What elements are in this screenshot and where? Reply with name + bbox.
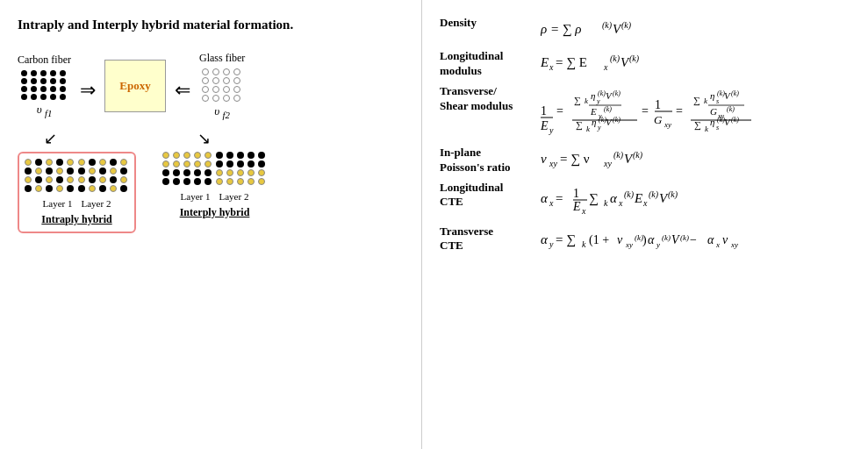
svg-text:y: y — [549, 125, 554, 135]
left-panel: Intraply and Interply hybrid material fo… — [0, 0, 421, 449]
dot — [110, 159, 117, 166]
dot — [247, 169, 255, 176]
svg-text:−: − — [690, 233, 697, 246]
svg-text:η: η — [710, 90, 714, 101]
dot — [212, 68, 219, 75]
dot — [46, 167, 53, 175]
svg-text:∑: ∑ — [693, 95, 700, 106]
dot — [40, 78, 47, 84]
dot — [202, 77, 209, 84]
glass-fiber-section: Glass fiber υ f2 — [199, 52, 245, 120]
dot — [212, 95, 219, 102]
dot — [99, 167, 106, 175]
svg-text:k: k — [604, 198, 608, 208]
dot — [212, 86, 219, 93]
dot — [56, 176, 63, 183]
longitudinal-modulus-formula: E x = ∑ E x (k) V (k) — [541, 49, 694, 77]
longitudinal-modulus-section: Longitudinalmodulus E x = ∑ E x (k) V (k… — [440, 49, 850, 79]
dot — [183, 178, 190, 185]
dot — [110, 176, 117, 183]
page-title: Intraply and Interply hybrid material fo… — [18, 16, 404, 34]
svg-text:V: V — [724, 90, 731, 101]
svg-text:∑: ∑ — [576, 119, 583, 131]
dot — [226, 169, 233, 176]
svg-text:V: V — [671, 233, 680, 246]
dot — [67, 176, 74, 183]
dot — [78, 185, 85, 192]
vol-fraction-2: υ f2 — [214, 104, 230, 120]
svg-text:E: E — [541, 55, 549, 69]
dot — [31, 94, 37, 100]
dot — [194, 178, 201, 185]
poisson-svg: ν xy = ∑ ν xy (k) V (k) — [541, 146, 716, 170]
dot — [162, 169, 169, 176]
svg-text:ρ = ∑ ρ: ρ = ∑ ρ — [541, 22, 581, 37]
svg-text:y: y — [656, 240, 660, 249]
dot — [204, 178, 212, 185]
svg-text:(k): (k) — [602, 20, 613, 31]
carbon-fiber-label: Carbon fiber — [18, 53, 71, 67]
dot — [40, 86, 47, 92]
dot — [204, 152, 212, 159]
vol-fraction-1: υ f1 — [37, 103, 53, 118]
dot — [226, 178, 233, 185]
svg-text:x: x — [549, 198, 554, 208]
svg-text:s: s — [716, 124, 719, 132]
svg-text:1: 1 — [655, 98, 661, 111]
svg-text:(k): (k) — [629, 53, 640, 64]
dot — [223, 86, 230, 93]
glass-fiber-label: Glass fiber — [199, 52, 245, 65]
svg-text:y: y — [549, 239, 554, 249]
dot — [202, 86, 209, 93]
dot — [35, 159, 42, 166]
intraply-layer-grid — [25, 159, 129, 192]
dot — [89, 176, 96, 183]
dot — [89, 185, 96, 192]
dot — [212, 77, 219, 84]
dot — [216, 178, 223, 185]
transverse-cte-svg: α y = ∑ k (1 + ν xy (k) ) α y (k) V (k) … — [541, 224, 830, 251]
dot — [162, 152, 169, 159]
dot — [56, 167, 63, 175]
dot — [120, 185, 127, 192]
dot — [204, 160, 212, 167]
glass-fiber-dots — [202, 68, 242, 102]
interply-layer1 — [162, 152, 213, 185]
dot — [194, 152, 201, 159]
dot — [78, 176, 85, 183]
svg-text:1: 1 — [573, 187, 579, 200]
dot — [183, 152, 190, 159]
dot — [60, 94, 66, 100]
svg-text:G: G — [710, 106, 717, 117]
dot — [223, 68, 230, 75]
poisson-label: In-planePoisson's ratio — [440, 146, 541, 175]
svg-text:=: = — [642, 104, 649, 118]
intraply-layer1 — [25, 159, 75, 192]
svg-text:(k): (k) — [662, 233, 671, 242]
svg-text:k: k — [586, 125, 591, 133]
svg-text:= ∑: = ∑ — [556, 232, 576, 247]
svg-text:η: η — [592, 117, 596, 127]
dot — [56, 185, 63, 192]
intraply-layer2 — [78, 159, 129, 192]
dot — [233, 68, 240, 75]
svg-text:y: y — [597, 124, 601, 132]
dot — [35, 176, 42, 183]
dot — [40, 70, 47, 76]
svg-text:α: α — [541, 232, 549, 246]
longitudinal-modulus-svg: E x = ∑ E x (k) V (k) — [541, 49, 694, 74]
svg-text:k: k — [585, 96, 589, 105]
arrows-down-row: ↙ ↘ — [18, 129, 404, 148]
svg-text:k: k — [705, 125, 709, 133]
svg-text:(k): (k) — [633, 150, 643, 160]
svg-text:xy: xy — [625, 240, 633, 249]
dot — [173, 160, 180, 167]
dot — [50, 86, 56, 92]
dot — [60, 70, 66, 76]
dot — [223, 95, 230, 102]
dot — [237, 178, 244, 185]
svg-text:η: η — [710, 117, 714, 127]
dot — [99, 176, 106, 183]
dot — [50, 78, 56, 84]
dot — [202, 95, 209, 102]
